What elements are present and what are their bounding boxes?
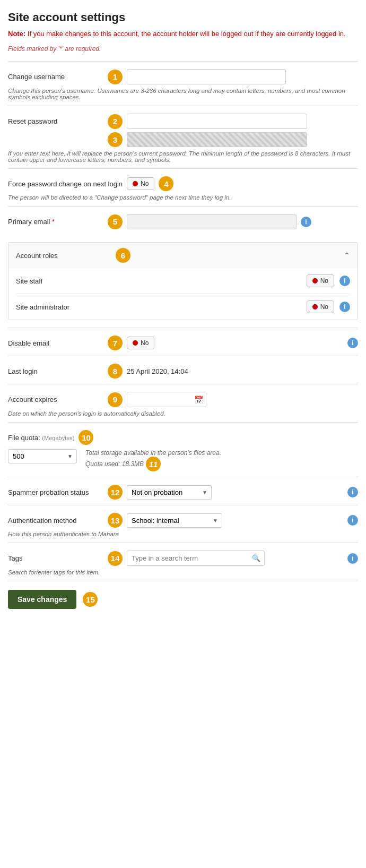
site-admin-info-icon[interactable]: i xyxy=(339,302,350,312)
toggle-dot xyxy=(133,181,138,186)
toggle-dot xyxy=(312,278,318,283)
change-username-row: Change username 1 Change this person's u… xyxy=(8,61,358,106)
quota-left: 500 1000 2000 xyxy=(8,449,77,463)
force-password-toggle-label: No xyxy=(141,180,149,187)
toggle-dot xyxy=(312,304,318,310)
last-login-label: Last login xyxy=(8,367,103,375)
site-staff-label: Site staff xyxy=(16,277,307,285)
badge-11: 11 xyxy=(146,457,161,471)
force-password-help: The person will be directed to a "Change… xyxy=(8,194,358,201)
badge-9: 9 xyxy=(108,392,123,407)
primary-email-label: Primary email * xyxy=(8,218,103,226)
account-roles-section: Account roles 6 ⌃ Site staff No i Site a… xyxy=(8,242,358,320)
site-admin-label: Site administrator xyxy=(16,303,307,311)
badge-1: 1 xyxy=(108,70,123,84)
badge-7: 7 xyxy=(108,336,123,350)
auth-info-icon[interactable]: i xyxy=(347,515,358,526)
save-label: Save changes xyxy=(18,595,67,604)
toggle-dot xyxy=(133,340,138,346)
badge-2: 2 xyxy=(108,114,123,129)
badge-15: 15 xyxy=(83,592,98,607)
note-label: Note: xyxy=(8,30,25,38)
reset-password-row: Reset password 2 3 If you enter text her… xyxy=(8,106,358,168)
chevron-up-icon: ⌃ xyxy=(344,251,350,260)
force-password-toggle[interactable]: No xyxy=(127,177,154,190)
badge-13: 13 xyxy=(108,513,123,528)
password-input[interactable] xyxy=(127,114,307,129)
auth-help: How this person authenticates to Mahara xyxy=(8,531,358,537)
badge-10: 10 xyxy=(79,430,93,445)
tags-info-icon[interactable]: i xyxy=(347,553,358,564)
date-input-wrapper: 📅 xyxy=(127,392,206,407)
last-login-row: Last login 8 25 April 2020, 14:04 xyxy=(8,356,358,384)
file-quota-row: File quota: (Megabytes) 10 500 1000 2000… xyxy=(8,422,358,477)
password-help: If you enter text here, it will replace … xyxy=(8,150,358,163)
account-roles-header-left: Account roles 6 xyxy=(16,248,130,263)
reset-password-label: Reset password xyxy=(8,117,103,125)
note-box: Note: If you make changes to this accoun… xyxy=(8,30,358,38)
account-roles-label: Account roles xyxy=(16,252,111,260)
quota-help-text: Total storage available in the person's … xyxy=(85,449,221,457)
badge-14: 14 xyxy=(108,551,123,566)
disable-email-toggle[interactable]: No xyxy=(127,337,154,349)
auth-method-label: Authentication method xyxy=(8,517,103,525)
account-expires-help: Date on which the person's login is auto… xyxy=(8,410,358,417)
save-button[interactable]: Save changes xyxy=(8,590,76,609)
account-expires-row: Account expires 9 📅 Date on which the pe… xyxy=(8,384,358,422)
site-staff-controls: No i xyxy=(307,274,350,287)
username-help: Change this person's username. Usernames… xyxy=(8,88,358,100)
note-text: If you make changes to this account, the… xyxy=(28,30,346,38)
search-icon: 🔍 xyxy=(252,554,260,562)
required-note: Fields marked by '*' are required. xyxy=(8,45,358,53)
primary-email-row: Primary email * 5 i xyxy=(8,206,358,235)
disable-email-info-icon[interactable]: i xyxy=(347,338,358,348)
site-staff-info-icon[interactable]: i xyxy=(339,276,350,286)
tags-search-wrapper: 🔍 xyxy=(127,551,265,566)
disable-email-toggle-label: No xyxy=(141,339,149,347)
auth-method-row: Authentication method 13 School: interna… xyxy=(8,505,358,543)
tags-search-input[interactable] xyxy=(127,551,265,566)
calendar-icon[interactable]: 📅 xyxy=(194,396,203,404)
quota-select[interactable]: 500 1000 2000 xyxy=(8,449,77,463)
badge-12: 12 xyxy=(108,485,123,500)
save-row: Save changes 15 xyxy=(8,581,358,613)
badge-3: 3 xyxy=(108,132,123,147)
force-password-label: Force password change on next login xyxy=(8,180,123,188)
site-admin-toggle[interactable]: No xyxy=(307,300,334,313)
account-roles-header[interactable]: Account roles 6 ⌃ xyxy=(8,243,358,268)
email-input[interactable] xyxy=(127,214,297,229)
account-expires-label: Account expires xyxy=(8,396,103,403)
quota-used-label: Quota used: 18.3MB xyxy=(85,460,144,468)
username-input[interactable] xyxy=(127,69,286,84)
badge-8: 8 xyxy=(108,364,123,379)
force-password-row: Force password change on next login No 4… xyxy=(8,168,358,206)
quota-used: Quota used: 18.3MB 11 xyxy=(85,457,221,471)
account-roles-body: Site staff No i Site administrator No i xyxy=(8,268,358,320)
auth-select-wrapper: School: internal LDAP SAML xyxy=(127,513,222,528)
page-title: Site account settings xyxy=(8,11,358,24)
spammer-probation-label: Spammer probation status xyxy=(8,488,103,496)
probation-select[interactable]: Not on probation On probation xyxy=(127,485,212,500)
badge-6: 6 xyxy=(116,248,130,263)
site-staff-toggle-label: No xyxy=(320,277,328,285)
site-admin-toggle-label: No xyxy=(320,303,328,311)
tags-row: Tags 14 🔍 i Search for/enter tags for th… xyxy=(8,543,358,581)
probation-info-icon[interactable]: i xyxy=(347,487,358,497)
file-quota-label-row: File quota: (Megabytes) 10 xyxy=(8,430,358,445)
badge-5: 5 xyxy=(108,214,123,229)
probation-select-wrapper: Not on probation On probation xyxy=(127,485,212,500)
change-username-label: Change username xyxy=(8,73,103,81)
site-staff-row: Site staff No i xyxy=(16,268,350,294)
email-info-icon[interactable]: i xyxy=(301,217,311,227)
site-staff-toggle[interactable]: No xyxy=(307,274,334,287)
auth-select[interactable]: School: internal LDAP SAML xyxy=(127,513,222,528)
site-admin-controls: No i xyxy=(307,300,350,313)
password-confirm-input[interactable] xyxy=(127,132,307,147)
quota-row: 500 1000 2000 Total storage available in… xyxy=(8,449,358,471)
site-admin-row: Site administrator No i xyxy=(16,294,350,320)
quota-right: Total storage available in the person's … xyxy=(85,449,221,471)
quota-select-wrapper: 500 1000 2000 xyxy=(8,449,77,463)
required-star: * xyxy=(52,218,55,226)
disable-email-row: Disable email 7 No i xyxy=(8,328,358,356)
tags-label: Tags xyxy=(8,554,103,562)
